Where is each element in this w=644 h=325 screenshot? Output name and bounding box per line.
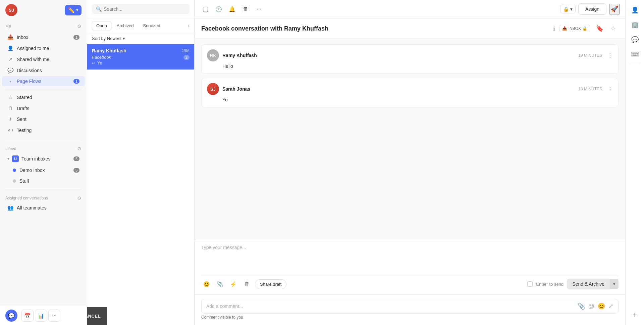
bookmark-button[interactable]: 🔖 <box>594 23 605 34</box>
sidebar-item-assigned[interactable]: 👤 Assigned to me <box>2 43 85 54</box>
emoji-button[interactable]: 😊 <box>201 279 212 289</box>
conversation-header: Facebook conversation with Ramy Khuffash… <box>195 18 625 39</box>
message-1-text: Hello <box>207 63 613 69</box>
more-nav-button[interactable]: ··· <box>48 310 60 322</box>
send-archive-dropdown-button[interactable]: ▾ <box>610 279 619 289</box>
tab-snoozed[interactable]: Snoozed <box>139 21 164 30</box>
comment-visible-user: you <box>236 315 243 320</box>
sidebar-item-all-teammates[interactable]: 👥 All teammates <box>2 202 85 213</box>
discard-button[interactable]: 🗑 <box>241 279 252 289</box>
add-integration-button[interactable]: + <box>628 308 642 322</box>
send-archive-button[interactable]: Send & Archive <box>567 279 610 289</box>
messages-area: RK Ramy Khuffash 19 MINUTES ⋮ Hello SJ S… <box>195 39 625 240</box>
conversation-details-button[interactable]: 💬 <box>628 33 642 46</box>
comment-input-row: 📎 @ 😊 ⤢ <box>201 299 619 314</box>
sidebar-item-label-page-flows: Page Flows <box>17 79 70 84</box>
sidebar-header: SJ ✏️ ▾ <box>0 0 87 20</box>
tab-archived[interactable]: Archived <box>113 21 138 30</box>
sidebar-item-stuff[interactable]: Stuff <box>2 176 85 186</box>
message-1-more-icon[interactable]: ⋮ <box>607 52 613 59</box>
send-archive-chevron-icon: ▾ <box>613 282 615 286</box>
contacts-button[interactable]: 👤 <box>628 3 642 17</box>
sidebar-item-starred[interactable]: ☆ Starred <box>2 92 85 103</box>
info-icon[interactable]: ℹ <box>553 26 555 32</box>
sidebar-item-page-flows[interactable]: ● Page Flows 1 <box>2 76 85 86</box>
me-settings-icon[interactable]: ⚙ <box>77 24 82 29</box>
chat-nav-button[interactable]: 💬 <box>5 310 17 322</box>
sidebar-item-testing[interactable]: 🏷 Testing <box>2 125 85 135</box>
user-avatar[interactable]: SJ <box>5 4 17 16</box>
more-actions-button[interactable]: ··· <box>254 4 264 14</box>
inbox-badge: 1 <box>73 35 79 40</box>
sidebar-item-drafts[interactable]: 🗒 Drafts <box>2 103 85 113</box>
team-inboxes-chevron-icon: ▾ <box>7 156 9 161</box>
bookmark-icon: 🔖 <box>596 25 603 32</box>
conversation-item-ramy[interactable]: Ramy Khuffash 19M Facebook 2 ↩ Yo <box>87 44 194 70</box>
inbox-icon-small: 📥 <box>562 26 567 31</box>
company-icon: 🏢 <box>631 21 639 29</box>
sidebar-item-label-all-teammates: All teammates <box>17 205 79 211</box>
comment-mention-button[interactable]: @ <box>588 303 594 310</box>
enter-to-send-checkbox[interactable] <box>527 281 533 287</box>
bottom-nav-spacer <box>0 214 87 234</box>
reply-right: "Enter" to send Send & Archive ▾ <box>527 279 619 289</box>
stats-nav-button[interactable]: 📊 <box>35 310 47 322</box>
discard-icon: 🗑 <box>244 281 250 287</box>
message-2-header: SJ Sarah Jonas 18 MINUTES ⋮ <box>207 83 613 95</box>
comment-emoji-icon: 😊 <box>598 303 605 310</box>
company-button[interactable]: 🏢 <box>628 18 642 32</box>
notification-button[interactable]: 🔔 <box>227 4 237 14</box>
avatar-placeholder: RK <box>207 49 219 61</box>
keyboard-button[interactable]: ⌨ <box>628 48 642 61</box>
clock-icon: 🕐 <box>215 6 222 12</box>
sidebar-item-discussions[interactable]: 💬 Discussions <box>2 65 85 76</box>
conv-time: 19M <box>182 48 190 53</box>
sort-button[interactable]: Sort by Newest ▾ <box>92 36 125 41</box>
compose-chevron-icon: ▾ <box>76 8 78 12</box>
filter-more-icon[interactable]: › <box>188 23 190 29</box>
me-label: Me <box>5 24 11 29</box>
search-input[interactable] <box>104 6 185 12</box>
search-box[interactable]: 🔍 <box>92 4 190 14</box>
bottom-nav: 💬 📅 📊 ··· <box>0 306 87 325</box>
lock-button[interactable]: 🔒 ▾ <box>560 5 576 13</box>
reply-toolbar: 😊 📎 ⚡ 🗑 Share draft "Enter" to send Send… <box>201 276 619 289</box>
sidebar-item-label-discussions: Discussions <box>17 68 79 73</box>
me-section-header: Me ⚙ <box>0 20 87 30</box>
rocket-icon[interactable]: 🚀 <box>609 4 620 14</box>
sidebar-item-demo-inbox[interactable]: Demo Inbox 5 <box>2 165 85 175</box>
star-button[interactable]: ☆ <box>608 23 619 34</box>
calendar-nav-button[interactable]: 📅 <box>21 310 34 322</box>
message-2-more-icon[interactable]: ⋮ <box>607 86 613 92</box>
archive-button[interactable]: ⬚ <box>200 4 211 14</box>
sidebar-item-sent[interactable]: ✈ Sent <box>2 114 85 125</box>
page-flows-badge: 1 <box>73 79 79 84</box>
team-inboxes-header[interactable]: ▾ U Team inboxes 5 <box>2 153 85 165</box>
assigned-conv-settings-icon[interactable]: ⚙ <box>77 195 82 201</box>
share-draft-button[interactable]: Share draft <box>255 279 286 289</box>
keyboard-icon: ⌨ <box>631 51 639 58</box>
reply-input[interactable] <box>201 245 619 272</box>
tab-open[interactable]: Open <box>92 21 111 30</box>
sidebar-item-inbox[interactable]: 📥 Inbox 1 <box>2 32 85 43</box>
nav-section: 📥 Inbox 1 👤 Assigned to me ↗ Shared with… <box>0 30 87 137</box>
delete-button[interactable]: 🗑 <box>240 4 251 14</box>
conv-item-header: Ramy Khuffash 19M <box>92 48 190 53</box>
assign-button[interactable]: Assign <box>578 3 606 15</box>
starred-icon: ☆ <box>7 94 13 100</box>
team-inboxes-u-badge: U <box>12 155 19 162</box>
attach-button[interactable]: 📎 <box>215 279 225 289</box>
comment-attach-button[interactable]: 📎 <box>578 303 585 310</box>
comment-expand-button[interactable]: ⤢ <box>608 303 613 310</box>
snooze-button[interactable]: 🕐 <box>213 4 224 14</box>
comment-input[interactable] <box>206 304 574 309</box>
conv-source: Facebook <box>92 55 111 60</box>
comment-emoji-button[interactable]: 😊 <box>598 303 605 310</box>
sidebar-item-shared[interactable]: ↗ Shared with me <box>2 54 85 65</box>
compose-button[interactable]: ✏️ ▾ <box>65 5 82 15</box>
lock-chevron-icon: ▾ <box>570 6 573 12</box>
sidebar-item-label-demo-inbox: Demo Inbox <box>19 168 70 173</box>
sort-bar: Sort by Newest ▾ <box>87 33 194 44</box>
workspace-settings-icon[interactable]: ⚙ <box>77 146 82 151</box>
format-button[interactable]: ⚡ <box>228 279 239 289</box>
